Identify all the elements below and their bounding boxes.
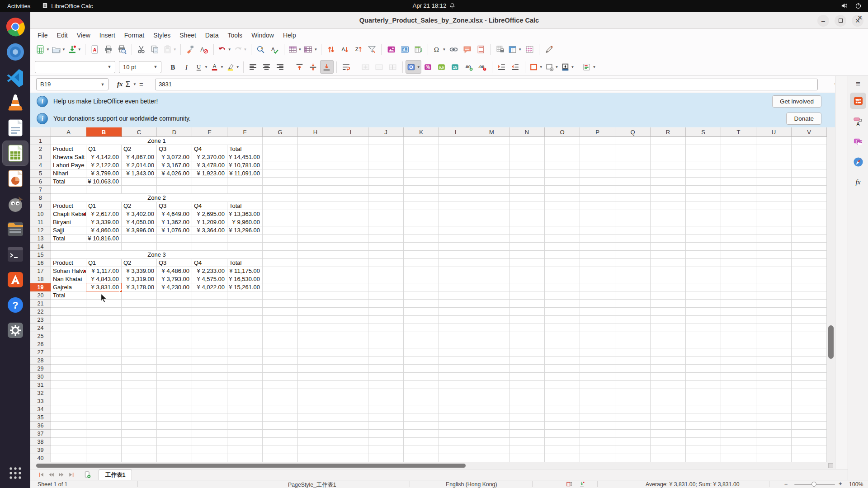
formula-icon[interactable]: =	[139, 80, 143, 88]
cell-A10[interactable]: Chapli Kebab	[51, 210, 86, 218]
border-color-button[interactable]: ▼	[560, 60, 576, 74]
sidebar-splitter[interactable]	[835, 76, 848, 480]
cell-A3[interactable]: Khewra Salt	[51, 153, 86, 161]
power-icon[interactable]	[855, 2, 862, 10]
row-header-1[interactable]: 1	[30, 137, 51, 145]
cell-C3[interactable]: ¥ 4,867.00	[122, 153, 156, 161]
volume-icon[interactable]	[841, 2, 848, 10]
horizontal-scrollbar[interactable]	[30, 462, 835, 469]
menu-view[interactable]: View	[72, 30, 95, 40]
column-header-J[interactable]: J	[368, 127, 404, 137]
titlebar[interactable]: Quarterly_Product_Sales_by_Zone.xlsx - L…	[30, 12, 868, 29]
menu-sheet[interactable]: Sheet	[175, 30, 201, 40]
cell-D18[interactable]: ¥ 3,793.00	[157, 275, 192, 283]
function-wizard-icon[interactable]: fx	[117, 80, 123, 88]
row-header-21[interactable]: 21	[30, 300, 51, 308]
open-dropdown-arrow[interactable]: ▼	[62, 47, 66, 52]
row-header-8[interactable]: 8	[30, 194, 51, 202]
dock-ubuntu-software[interactable]	[3, 267, 28, 292]
column-header-R[interactable]: R	[651, 127, 686, 137]
column-header-N[interactable]: N	[509, 127, 545, 137]
cell-C4[interactable]: ¥ 2,014.00	[122, 161, 156, 169]
dock-chrome[interactable]	[3, 14, 28, 39]
vertical-scrollbar-thumb[interactable]	[828, 325, 834, 359]
underline-dropdown-arrow[interactable]: ▼	[204, 65, 208, 69]
cell-D5[interactable]: ¥ 4,026.00	[157, 169, 192, 177]
insert-chart-button[interactable]	[398, 43, 411, 56]
next-sheet-icon[interactable]	[56, 470, 66, 479]
cell-F17[interactable]: ¥ 11,175.00	[227, 267, 262, 275]
row-dropdown-arrow[interactable]: ▼	[298, 47, 302, 52]
row-header-26[interactable]: 26	[30, 340, 51, 348]
cell-B18[interactable]: ¥ 4,843.00	[86, 275, 121, 283]
language-status[interactable]: English (Hong Kong)	[446, 481, 497, 488]
cell-A17[interactable]: Sohan Halwa	[51, 267, 86, 275]
cell-D10[interactable]: ¥ 4,649.00	[157, 210, 192, 218]
print-area-button[interactable]	[493, 43, 507, 56]
cell-B5[interactable]: ¥ 3,799.00	[86, 169, 121, 177]
cell-B4[interactable]: ¥ 2,122.00	[86, 161, 121, 169]
border-style-button[interactable]: ▼	[544, 60, 560, 74]
row-button[interactable]: ▼	[287, 43, 303, 56]
row-header-35[interactable]: 35	[30, 413, 51, 422]
conditional-formatting-button[interactable]: ▼	[581, 60, 597, 74]
column-dropdown-arrow[interactable]: ▼	[314, 47, 317, 52]
font-size-combo[interactable]: 10 pt▼	[119, 61, 161, 73]
special-character-button[interactable]: Ω▼	[431, 43, 447, 56]
export-pdf-button[interactable]: A	[88, 43, 102, 56]
border-color-dropdown-arrow[interactable]: ▼	[571, 65, 575, 69]
cell-A9[interactable]: Product	[51, 202, 86, 210]
cell-E4[interactable]: ¥ 3,478.00	[192, 161, 227, 169]
delete-decimal-button[interactable]: .00	[476, 60, 489, 74]
spreadsheet-grid[interactable]: Zone 1ProductQ1Q2Q3Q4TotalKhewra Salt¥ 4…	[51, 137, 827, 462]
row-header-20[interactable]: 20	[30, 291, 51, 300]
italic-button[interactable]: I	[179, 60, 193, 74]
sidebar-settings-icon[interactable]: ≡	[856, 80, 860, 89]
document-modified-icon[interactable]	[579, 481, 585, 488]
column-header-K[interactable]: K	[404, 127, 439, 137]
cell-A1[interactable]: Zone 1	[51, 137, 262, 145]
clock[interactable]: Apr 21 18:12	[0, 2, 868, 10]
sort-descending-button[interactable]: Z	[351, 43, 365, 56]
row-header-18[interactable]: 18	[30, 275, 51, 283]
highlight-color-button[interactable]: ▼	[225, 60, 241, 74]
row-header-7[interactable]: 7	[30, 186, 51, 194]
cell-C12[interactable]: ¥ 3,996.00	[122, 226, 156, 234]
print-preview-button[interactable]	[115, 43, 129, 56]
dock-libreoffice-start[interactable]	[3, 116, 28, 140]
column-button[interactable]: ▼	[302, 43, 318, 56]
row-header-2[interactable]: 2	[30, 145, 51, 153]
column-header-B[interactable]: B	[86, 127, 122, 137]
row-header-11[interactable]: 11	[30, 218, 51, 226]
cell-A18[interactable]: Nan Khatai	[51, 275, 86, 283]
cell-F9[interactable]: Total	[227, 202, 262, 210]
new-dropdown-arrow[interactable]: ▼	[46, 47, 50, 52]
column-header-M[interactable]: M	[474, 127, 509, 137]
cell-F2[interactable]: Total	[227, 145, 262, 153]
row-header-19[interactable]: 19	[30, 283, 51, 291]
spelling-button[interactable]: A	[268, 43, 281, 56]
cell-C19[interactable]: ¥ 3,178.00	[122, 283, 156, 291]
align-top-button[interactable]	[293, 60, 307, 74]
font-color-dropdown-arrow[interactable]: ▼	[220, 65, 224, 69]
cell-F10[interactable]: ¥ 13,363.00	[227, 210, 262, 218]
cell-D17[interactable]: ¥ 4,486.00	[157, 267, 192, 275]
cell-A2[interactable]: Product	[51, 145, 86, 153]
row-header-30[interactable]: 30	[30, 373, 51, 381]
cell-F5[interactable]: ¥ 11,091.00	[227, 169, 262, 177]
cell-B11[interactable]: ¥ 3,339.00	[86, 218, 121, 226]
cell-F16[interactable]: Total	[227, 259, 262, 267]
cell-D11[interactable]: ¥ 1,362.00	[157, 218, 192, 226]
styles-deck-icon[interactable]: A	[850, 113, 866, 129]
conditional-formatting-dropdown-arrow[interactable]: ▼	[592, 65, 596, 69]
row-header-32[interactable]: 32	[30, 389, 51, 397]
menu-file[interactable]: File	[33, 30, 52, 40]
first-sheet-icon[interactable]	[36, 470, 46, 479]
cell-E17[interactable]: ¥ 2,233.00	[192, 267, 227, 275]
row-header-13[interactable]: 13	[30, 235, 51, 243]
copy-button[interactable]	[148, 43, 162, 56]
zoom-slider-knob[interactable]	[811, 482, 816, 487]
cell-C16[interactable]: Q2	[122, 259, 156, 267]
paste-dropdown-arrow[interactable]: ▼	[173, 47, 177, 52]
row-header-38[interactable]: 38	[30, 438, 51, 446]
